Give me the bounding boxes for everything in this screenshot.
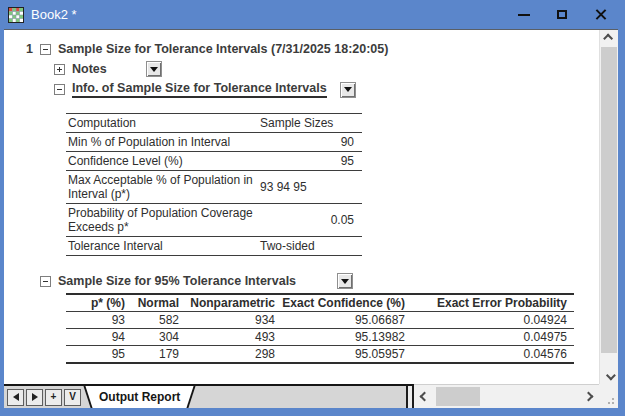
- info-section-title: Info. of Sample Size for Tolerance Inter…: [72, 81, 327, 98]
- info-row-value: Sample Sizes: [258, 114, 362, 133]
- table-row: Computation Sample Sizes: [66, 114, 362, 133]
- cell: 304: [132, 329, 186, 346]
- cell: 95.05957: [282, 346, 412, 364]
- column-header: Nonparametric: [186, 294, 282, 312]
- cell: 94: [66, 329, 132, 346]
- scroll-right-button[interactable]: [580, 385, 597, 408]
- close-button[interactable]: [581, 0, 619, 29]
- table-row: Max Acceptable % of Population in Interv…: [66, 171, 362, 204]
- info-row-label: Computation: [66, 114, 258, 133]
- cell: 179: [132, 346, 186, 364]
- list-sheets-icon: V: [69, 392, 76, 402]
- minimize-icon: [518, 14, 530, 16]
- notes-dropdown-button[interactable]: [146, 61, 162, 77]
- cell: 0.04924: [412, 312, 574, 329]
- info-row-value: 90: [258, 133, 362, 152]
- column-header: Exact Confidence (%): [282, 294, 412, 312]
- collapse-toggle-root[interactable]: [40, 44, 51, 55]
- chevron-up-icon: [603, 34, 613, 44]
- next-sheet-button[interactable]: [26, 389, 43, 406]
- chevron-right-icon: [584, 392, 594, 402]
- cell: 298: [186, 346, 282, 364]
- table-row: 95 179 298 95.05957 0.04576: [66, 346, 574, 364]
- bottom-bar: + V Output Report: [4, 384, 618, 408]
- table-row: Tolerance Interval Two-sided: [66, 237, 362, 256]
- info-row-label: Max Acceptable % of Population in Interv…: [66, 171, 258, 204]
- table-row: Min % of Population in Interval 90: [66, 133, 362, 152]
- table-row: Probability of Population Coverage Excee…: [66, 204, 362, 237]
- table-row: 94 304 493 95.13982 0.04975: [66, 329, 574, 346]
- expand-toggle-notes[interactable]: [54, 64, 65, 75]
- report-root-node: 1 Sample Size for Tolerance Intervals (7…: [26, 42, 599, 56]
- close-icon: [594, 8, 607, 21]
- output-report: 1 Sample Size for Tolerance Intervals (7…: [4, 30, 599, 384]
- result-table: p* (%) Normal Nonparametric Exact Confid…: [66, 293, 574, 364]
- result-section-title: Sample Size for 95% Tolerance Intervals: [58, 274, 296, 288]
- add-sheet-button[interactable]: +: [45, 389, 62, 406]
- prev-sheet-button[interactable]: [7, 389, 24, 406]
- dropdown-arrow-icon: [150, 67, 158, 72]
- info-row-label: Tolerance Interval: [66, 237, 258, 256]
- cell: 582: [132, 312, 186, 329]
- horizontal-scrollbar-thumb[interactable]: [436, 387, 480, 406]
- dropdown-arrow-icon: [344, 87, 352, 92]
- info-row-label: Probability of Population Coverage Excee…: [66, 204, 258, 237]
- cell: 493: [186, 329, 282, 346]
- tab-output-report[interactable]: Output Report: [95, 386, 184, 408]
- sheet-tab-strip: + V Output Report: [4, 384, 406, 408]
- chevron-down-icon: [605, 371, 615, 381]
- cell: 934: [186, 312, 282, 329]
- maximize-icon: [557, 10, 567, 19]
- chevron-left-icon: [420, 392, 430, 402]
- column-header: Normal: [132, 294, 186, 312]
- report-title: Sample Size for Tolerance Intervals (7/3…: [58, 42, 389, 56]
- info-dropdown-button[interactable]: [340, 82, 356, 98]
- scroll-left-button[interactable]: [416, 385, 433, 408]
- info-row-value: 93 94 95: [258, 171, 362, 204]
- sheet-list-button[interactable]: V: [64, 389, 81, 406]
- window-title: Book2 *: [31, 7, 77, 22]
- sheet-nav-buttons: + V: [7, 389, 81, 406]
- table-row: Confidence Level (%) 95: [66, 152, 362, 171]
- sheet-tab-label: Output Report: [99, 390, 180, 404]
- column-header: Exact Error Probability: [412, 294, 574, 312]
- vertical-scrollbar[interactable]: [599, 30, 618, 384]
- node-index: 1: [26, 42, 33, 56]
- info-row-label: Confidence Level (%): [66, 152, 258, 171]
- notes-node: Notes: [54, 61, 599, 77]
- workbook-window: Book2 * 1 Sample Size for Tolerance Inte…: [0, 0, 625, 416]
- result-section-node: Sample Size for 95% Tolerance Intervals: [40, 273, 599, 289]
- arrow-left-icon: [13, 393, 19, 401]
- scroll-down-button[interactable]: [600, 367, 618, 384]
- tab-scrollbar-splitter[interactable]: [406, 384, 414, 408]
- column-header: p* (%): [66, 294, 132, 312]
- info-row-value: 95: [258, 152, 362, 171]
- workbook-icon: [8, 7, 24, 23]
- plus-icon: +: [51, 392, 57, 402]
- cell: 0.04576: [412, 346, 574, 364]
- arrow-right-icon: [32, 393, 38, 401]
- report-area: 1 Sample Size for Tolerance Intervals (7…: [4, 29, 618, 384]
- info-row-value: Two-sided: [258, 237, 362, 256]
- result-dropdown-button[interactable]: [337, 273, 353, 289]
- resize-grip[interactable]: [599, 384, 618, 408]
- info-section-node: Info. of Sample Size for Tolerance Inter…: [54, 81, 599, 98]
- horizontal-scrollbar[interactable]: [414, 384, 599, 408]
- dropdown-arrow-icon: [341, 279, 349, 284]
- cell: 95.13982: [282, 329, 412, 346]
- cell: 0.04975: [412, 329, 574, 346]
- scroll-up-button[interactable]: [600, 30, 618, 47]
- notes-label: Notes: [72, 62, 107, 76]
- cell: 95: [66, 346, 132, 364]
- table-row: 93 582 934 95.06687 0.04924: [66, 312, 574, 329]
- collapse-toggle-info[interactable]: [54, 84, 65, 95]
- maximize-button[interactable]: [543, 0, 581, 29]
- cell: 93: [66, 312, 132, 329]
- window-controls: [505, 0, 619, 29]
- info-row-value: 0.05: [258, 204, 362, 237]
- minimize-button[interactable]: [505, 0, 543, 29]
- titlebar[interactable]: Book2 *: [0, 0, 625, 29]
- vertical-scrollbar-thumb[interactable]: [601, 47, 617, 353]
- info-table: Computation Sample Sizes Min % of Popula…: [66, 113, 362, 256]
- collapse-toggle-result[interactable]: [40, 276, 51, 287]
